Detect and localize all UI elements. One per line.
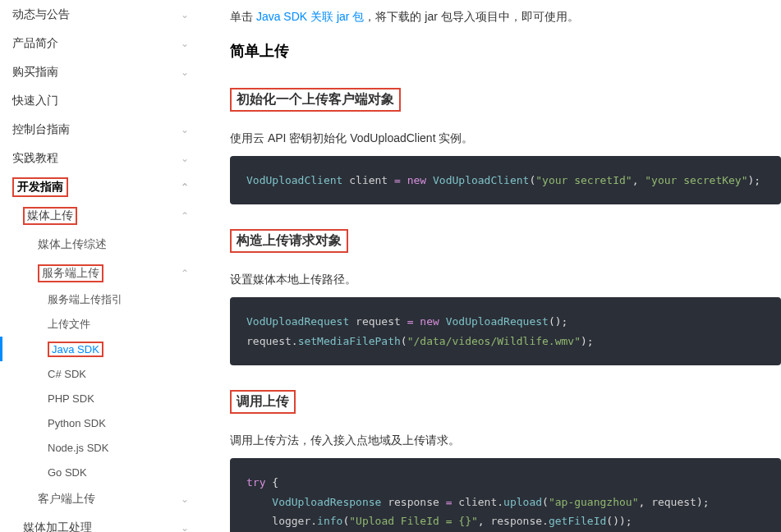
nav-quickstart[interactable]: 快速入门	[0, 86, 201, 115]
nav-purchase[interactable]: 购买指南⌄	[0, 57, 201, 86]
chevron-up-icon: ⌃	[181, 210, 189, 222]
chevron-down-icon: ⌄	[181, 66, 189, 78]
nav-dev-guide[interactable]: 开发指南⌃	[0, 172, 201, 201]
nav-client-upload[interactable]: 客户端上传⌄	[0, 484, 201, 513]
nav-java-sdk[interactable]: Java SDK	[0, 337, 201, 361]
nav-server-upload-guide[interactable]: 服务端上传指引	[0, 287, 201, 312]
sidebar: 动态与公告⌄ 产品简介⌄ 购买指南⌄ 快速入门 控制台指南⌄ 实践教程⌄ 开发指…	[0, 0, 201, 532]
text-req: 设置媒体本地上传路径。	[230, 273, 781, 287]
chevron-down-icon: ⌄	[181, 124, 189, 135]
chevron-down-icon: ⌄	[181, 522, 189, 533]
text-call: 调用上传方法，传入接入点地域及上传请求。	[230, 433, 781, 448]
chevron-down-icon: ⌄	[181, 9, 189, 21]
nav-csharp-sdk[interactable]: C# SDK	[0, 361, 201, 386]
nav-upload-file[interactable]: 上传文件	[0, 312, 201, 337]
code-request: VodUploadRequest request = new VodUpload…	[230, 297, 781, 365]
nav-media-upload[interactable]: 媒体上传⌃	[0, 201, 201, 230]
nav-php-sdk[interactable]: PHP SDK	[0, 386, 201, 410]
nav-media-process[interactable]: 媒体加工处理⌄	[0, 513, 201, 532]
code-init: VodUploadClient client = new VodUploadCl…	[230, 156, 781, 204]
heading-call-upload: 调用上传	[230, 390, 296, 414]
nav-practice[interactable]: 实践教程⌄	[0, 144, 201, 172]
heading-build-request: 构造上传请求对象	[230, 229, 348, 253]
nav-go-sdk[interactable]: Go SDK	[0, 460, 201, 484]
jar-link[interactable]: Java SDK 关联 jar 包	[256, 10, 364, 23]
nav-server-upload[interactable]: 服务端上传⌃	[0, 259, 201, 287]
chevron-down-icon: ⌄	[181, 38, 189, 49]
nav-console[interactable]: 控制台指南⌄	[0, 115, 201, 144]
chevron-up-icon: ⌃	[181, 268, 189, 279]
chevron-down-icon: ⌄	[181, 493, 189, 505]
code-call: try { VodUploadResponse response = clien…	[230, 458, 781, 532]
article-content: 单击 Java SDK 关联 jar 包，将下载的 jar 包导入项目中，即可使…	[201, 0, 781, 532]
heading-simple-upload: 简单上传	[230, 41, 781, 61]
chevron-down-icon: ⌄	[181, 153, 189, 164]
text-init: 使用云 API 密钥初始化 VodUploadClient 实例。	[230, 131, 781, 146]
nav-python-sdk[interactable]: Python SDK	[0, 410, 201, 435]
nav-media-upload-overview[interactable]: 媒体上传综述	[0, 230, 201, 259]
heading-init-client: 初始化一个上传客户端对象	[230, 88, 401, 112]
nav-news[interactable]: 动态与公告⌄	[0, 0, 201, 29]
top-paragraph: 单击 Java SDK 关联 jar 包，将下载的 jar 包导入项目中，即可使…	[230, 10, 781, 25]
nav-nodejs-sdk[interactable]: Node.js SDK	[0, 435, 201, 460]
nav-intro[interactable]: 产品简介⌄	[0, 29, 201, 57]
chevron-up-icon: ⌃	[181, 181, 189, 193]
